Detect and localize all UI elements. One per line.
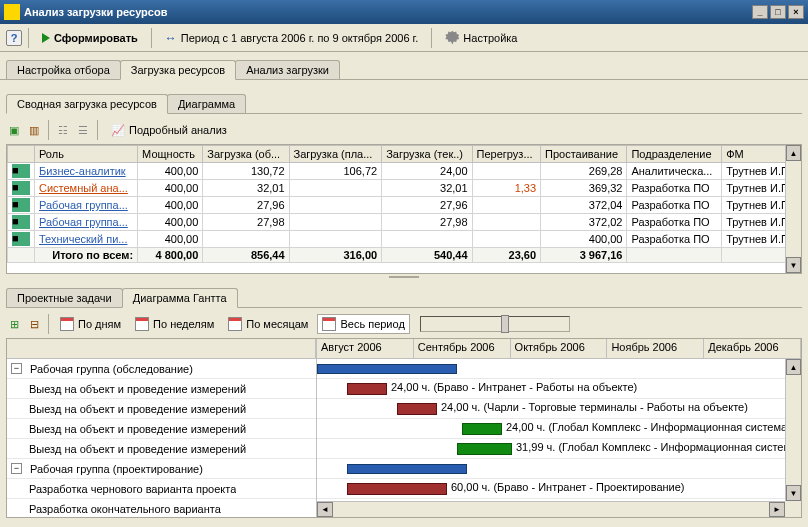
settings-label: Настройка xyxy=(463,32,517,44)
generate-label: Сформировать xyxy=(54,32,138,44)
gear-icon xyxy=(445,31,459,45)
cell xyxy=(472,197,540,214)
month-header: Декабрь 2006 xyxy=(704,339,801,358)
table-row[interactable]: ■Рабочая группа...400,0027,9827,98372,02… xyxy=(8,214,801,231)
role-link[interactable]: Бизнес-аналитик xyxy=(39,165,126,177)
tab-0[interactable]: Проектные задачи xyxy=(6,288,123,307)
gantt-task-row[interactable]: Выезд на объект и проведение измерений xyxy=(7,379,316,399)
task-bar[interactable] xyxy=(347,383,387,395)
calendar-icon xyxy=(60,317,74,331)
gantt-task-row[interactable]: Выезд на объект и проведение измерений xyxy=(7,439,316,459)
cell: 32,01 xyxy=(382,180,472,197)
close-button[interactable]: × xyxy=(788,5,804,19)
by-weeks-button[interactable]: По неделям xyxy=(130,314,219,334)
table-row[interactable]: ■Технический пи...400,00400,00Разработка… xyxy=(8,231,801,248)
col-header[interactable]: Загрузка (тек..) xyxy=(382,146,472,163)
tool-icon-3[interactable]: ☷ xyxy=(55,122,71,138)
bar-label: 24,00 ч. (Глобал Комплекс - Информационн… xyxy=(506,421,801,433)
tab-1[interactable]: Диаграмма xyxy=(167,94,246,113)
cell: 400,00 xyxy=(138,214,203,231)
bar-label: 60,00 ч. (Браво - Интранет - Проектирова… xyxy=(451,481,685,493)
gantt-task-row[interactable]: Выезд на объект и проведение измерений xyxy=(7,399,316,419)
tool-icon-2[interactable]: ▥ xyxy=(26,122,42,138)
cell: 27,96 xyxy=(203,197,289,214)
cell xyxy=(472,214,540,231)
tab-2[interactable]: Анализ загрузки xyxy=(235,60,340,79)
table-row[interactable]: ■Рабочая группа...400,0027,9627,96372,04… xyxy=(8,197,801,214)
bottom-tabs: Проектные задачиДиаграмма Гантта xyxy=(6,284,802,308)
tool-icon-1[interactable]: ▣ xyxy=(6,122,22,138)
col-header[interactable]: Загрузка (пла... xyxy=(289,146,382,163)
gantt-task-row[interactable]: Разработка окончательного варианта xyxy=(7,499,316,517)
col-header[interactable]: Простаивание xyxy=(541,146,627,163)
cell: 269,28 xyxy=(541,163,627,180)
calendar-icon xyxy=(135,317,149,331)
cell: 372,04 xyxy=(541,197,627,214)
splitter[interactable] xyxy=(6,274,802,280)
gantt-group-row[interactable]: −Рабочая группа (проектирование) xyxy=(7,459,316,479)
generate-button[interactable]: Сформировать xyxy=(35,29,145,47)
col-header[interactable]: Подразделение xyxy=(627,146,722,163)
tab-0[interactable]: Сводная загрузка ресурсов xyxy=(6,94,168,114)
group-bar[interactable] xyxy=(317,364,457,374)
expand-icon[interactable]: ⊞ xyxy=(6,316,22,332)
tool-icon-4[interactable]: ☰ xyxy=(75,122,91,138)
calendar-icon xyxy=(228,317,242,331)
gantt-chart: −Рабочая группа (обследование)Выезд на о… xyxy=(6,338,802,518)
settings-button[interactable]: Настройка xyxy=(438,28,524,48)
total-row: Итого по всем:4 800,00856,44316,00540,44… xyxy=(8,248,801,263)
grid-vscroll[interactable]: ▲ ▼ xyxy=(785,145,801,273)
cell: 27,98 xyxy=(382,214,472,231)
task-bar[interactable] xyxy=(347,483,447,495)
cell: 372,02 xyxy=(541,214,627,231)
role-link[interactable]: Рабочая группа... xyxy=(39,199,128,211)
gantt-bar-row: 60,00 ч. (Браво - Интранет - Проектирова… xyxy=(317,479,801,499)
col-header[interactable]: Перегруз... xyxy=(472,146,540,163)
cell: 130,72 xyxy=(203,163,289,180)
maximize-button[interactable]: □ xyxy=(770,5,786,19)
help-icon[interactable]: ? xyxy=(6,30,22,46)
col-header[interactable]: Мощность xyxy=(138,146,203,163)
col-header[interactable]: Роль xyxy=(35,146,138,163)
gantt-task-row[interactable]: Выезд на объект и проведение измерений xyxy=(7,419,316,439)
tab-1[interactable]: Диаграмма Гантта xyxy=(122,288,238,308)
role-link[interactable]: Рабочая группа... xyxy=(39,216,128,228)
gantt-timeline[interactable]: Август 2006Сентябрь 2006Октябрь 2006Нояб… xyxy=(317,339,801,517)
tree-toggle[interactable]: − xyxy=(11,363,22,374)
cell: 400,00 xyxy=(138,180,203,197)
slider-thumb[interactable] xyxy=(501,315,509,333)
collapse-icon[interactable]: ⊟ xyxy=(26,316,42,332)
gantt-hscroll[interactable]: ◄► xyxy=(317,501,785,517)
col-header[interactable]: Загрузка (об... xyxy=(203,146,289,163)
table-row[interactable]: ■Системный ана...400,0032,0132,011,33369… xyxy=(8,180,801,197)
tree-toggle[interactable]: − xyxy=(11,463,22,474)
by-days-button[interactable]: По дням xyxy=(55,314,126,334)
detail-analysis-button[interactable]: 📈 Подробный анализ xyxy=(104,121,234,140)
cell xyxy=(289,214,382,231)
resource-grid[interactable]: РольМощностьЗагрузка (об...Загрузка (пла… xyxy=(7,145,801,263)
task-bar[interactable] xyxy=(457,443,512,455)
bar-label: 24,00 ч. (Чарли - Торговые терминалы - Р… xyxy=(441,401,748,413)
gantt-task-row[interactable]: Разработка чернового варианта проекта xyxy=(7,479,316,499)
tab-0[interactable]: Настройка отбора xyxy=(6,60,121,79)
minimize-button[interactable]: _ xyxy=(752,5,768,19)
full-period-button[interactable]: Весь период xyxy=(317,314,409,334)
role-link[interactable]: Технический пи... xyxy=(39,233,127,245)
table-row[interactable]: ■Бизнес-аналитик400,00130,72106,7224,002… xyxy=(8,163,801,180)
role-link[interactable]: Системный ана... xyxy=(39,182,128,194)
tab-1[interactable]: Загрузка ресурсов xyxy=(120,60,236,80)
col-header[interactable] xyxy=(8,146,35,163)
by-weeks-label: По неделям xyxy=(153,318,214,330)
task-bar[interactable] xyxy=(397,403,437,415)
cell: 27,98 xyxy=(203,214,289,231)
period-button[interactable]: ↔ Период с 1 августа 2006 г. по 9 октябр… xyxy=(158,28,426,48)
task-bar[interactable] xyxy=(462,423,502,435)
cell xyxy=(289,180,382,197)
group-bar[interactable] xyxy=(347,464,467,474)
gantt-group-row[interactable]: −Рабочая группа (обследование) xyxy=(7,359,316,379)
zoom-slider[interactable] xyxy=(420,316,570,332)
cell: 1,33 xyxy=(472,180,540,197)
gantt-vscroll[interactable]: ▲▼ xyxy=(785,359,801,501)
month-header: Август 2006 xyxy=(317,339,414,358)
by-months-button[interactable]: По месяцам xyxy=(223,314,313,334)
